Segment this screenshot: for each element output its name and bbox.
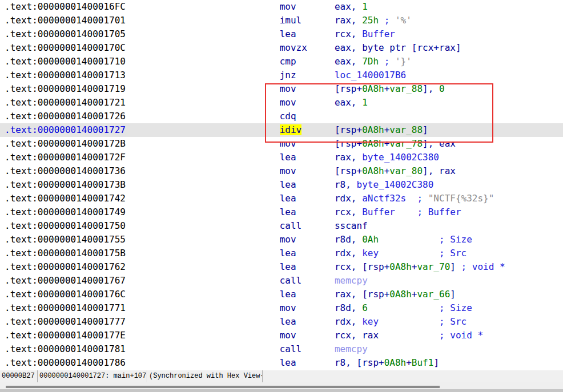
instruction-token: rdx,	[335, 248, 362, 258]
disasm-row[interactable]: .text:0000000140001726 cdq	[0, 110, 563, 123]
instruction-token: lea	[280, 261, 335, 272]
column-gap	[126, 165, 280, 176]
disasm-row[interactable]: .text:0000000140001777 lea rdx, key ; Sr…	[0, 315, 563, 329]
column-gap	[126, 343, 280, 354]
disasm-row[interactable]: .text:0000000140001719 mov [rsp+0A8h+var…	[0, 82, 563, 96]
column-gap	[126, 248, 280, 258]
disasm-row[interactable]: .text:0000000140001710 cmp eax, 7Dh ; '}…	[0, 55, 563, 68]
scrollbar-thumb[interactable]	[6, 386, 440, 388]
disasm-row[interactable]: .text:0000000140001786 lea r8, [rsp+0A8h…	[0, 356, 563, 370]
number-token: var_66	[417, 289, 450, 300]
status-file-offset: 00000B27	[0, 370, 38, 382]
name-token: aNctf32s	[362, 193, 406, 204]
number-token: var_88	[389, 83, 423, 94]
instruction-token: call	[280, 220, 335, 231]
string-token: "NCTF{%32s}"	[428, 193, 494, 204]
address-label: .text:000000014000175B	[5, 248, 126, 258]
number-token: 0	[439, 83, 445, 94]
disasm-row[interactable]: .text:0000000140001736 mov [rsp+0A8h+var…	[0, 164, 563, 178]
disasm-row[interactable]: .text:000000014000172B mov [rsp+0A8h+var…	[0, 137, 563, 151]
instruction-token: [rsp+	[335, 138, 362, 149]
instruction-token: +	[384, 165, 390, 176]
instruction-token: rdx,	[335, 193, 362, 204]
instruction-token: mov	[280, 330, 335, 341]
column-gap	[126, 124, 280, 135]
disasm-row[interactable]: .text:0000000140001762 lea rcx, [rsp+0A8…	[0, 260, 563, 274]
status-location: 0000000140001727: main+107	[38, 370, 147, 382]
number-token: 0Ah	[362, 234, 379, 245]
disasm-row[interactable]: .text:0000000140001750 call sscanf	[0, 219, 563, 233]
disasm-row[interactable]: .text:000000014000177E mov rcx, rax ; vo…	[0, 329, 563, 342]
instruction-token: r8d,	[335, 302, 362, 313]
column-gap	[126, 29, 280, 39]
comment-token: ;	[379, 56, 395, 67]
instruction-token: ]	[450, 261, 461, 272]
address-label: .text:00000001400016FC	[5, 1, 126, 12]
disasm-row[interactable]: .text:000000014000175B lea rdx, key ; Sr…	[0, 246, 563, 260]
column-gap	[126, 220, 280, 231]
column-gap	[126, 234, 280, 245]
instruction-token: mov	[280, 83, 335, 94]
instruction-token: r8, [rsp+	[335, 357, 384, 368]
instruction-token: mov	[280, 97, 335, 108]
column-gap	[126, 138, 280, 149]
disasm-row[interactable]: .text:000000014000172F lea rax, byte_140…	[0, 151, 563, 164]
disasm-row[interactable]: .text:0000000140001749 lea rcx, Buffer ;…	[0, 205, 563, 219]
disasm-row[interactable]: .text:0000000140001742 lea rdx, aNctf32s…	[0, 192, 563, 205]
address-label: .text:0000000140001705	[5, 29, 126, 39]
address-label: .text:0000000140001771	[5, 302, 126, 313]
number-token: 0A8h	[362, 83, 384, 94]
column-gap	[126, 302, 280, 313]
disasm-row[interactable]: .text:0000000140001705 lea rcx, Buffer	[0, 27, 563, 41]
instruction-token: imul	[280, 15, 335, 26]
column-gap	[126, 179, 280, 190]
disasm-row[interactable]: .text:0000000140001755 mov r8d, 0Ah ; Si…	[0, 233, 563, 246]
column-gap	[126, 97, 280, 108]
disasm-row[interactable]: .text:0000000140001727 idiv [rsp+0A8h+va…	[0, 123, 563, 137]
disasm-row[interactable]: .text:0000000140001771 mov r8d, 6 ; Size	[0, 301, 563, 315]
instruction-token: [rsp+	[335, 165, 362, 176]
instruction-token: movzx	[280, 42, 335, 53]
number-token: 0A8h	[362, 165, 384, 176]
instruction-token: ],	[423, 83, 439, 94]
disasm-row[interactable]: .text:0000000140001781 call memcpy	[0, 342, 563, 356]
column-gap	[126, 275, 280, 286]
disasm-row[interactable]: .text:0000000140001713 jnz loc_1400017B6	[0, 68, 563, 82]
disasm-row[interactable]: .text:000000014000170C movzx eax, byte p…	[0, 41, 563, 55]
instruction-token: mov	[280, 1, 335, 12]
column-gap	[126, 42, 280, 53]
instruction-token	[301, 124, 335, 135]
address-label: .text:0000000140001701	[5, 15, 126, 26]
instruction-token: rax,	[335, 15, 362, 26]
disasm-row[interactable]: .text:000000014000173B lea r8, byte_1400…	[0, 178, 563, 192]
comment-token: ;	[379, 15, 395, 26]
instruction-token: [rsp+	[335, 83, 362, 94]
address-label: .text:0000000140001719	[5, 83, 126, 94]
address-label: .text:000000014000176C	[5, 289, 126, 300]
name-token: Buffer	[362, 29, 395, 39]
number-token: var_70	[417, 261, 450, 272]
instruction-token: ]	[450, 289, 456, 300]
instruction-token: rcx, rax	[335, 330, 379, 341]
disasm-row[interactable]: .text:0000000140001767 call memcpy	[0, 274, 563, 288]
instruction-token: +	[384, 83, 390, 94]
instruction-token: lea	[280, 316, 335, 327]
string-token: '}'	[395, 56, 412, 67]
disasm-row[interactable]: .text:0000000140001701 imul rax, 25h ; '…	[0, 14, 563, 27]
instruction-token: [rsp+	[335, 124, 362, 135]
instruction-token: ], eax	[423, 138, 456, 149]
instruction-token: sscanf	[335, 220, 368, 231]
address-label: .text:0000000140001742	[5, 193, 126, 204]
string-token: '%'	[395, 15, 412, 26]
name-token: key	[362, 316, 379, 327]
number-token: 1	[362, 1, 368, 12]
instruction-token: eax,	[335, 56, 362, 67]
disasm-row[interactable]: .text:0000000140001721 mov eax, 1	[0, 96, 563, 110]
disasm-row[interactable]: .text:000000014000176C lea rax, [rsp+0A8…	[0, 288, 563, 301]
address-label: .text:000000014000172B	[5, 138, 126, 149]
address-label: .text:0000000140001721	[5, 97, 126, 108]
horizontal-scrollbar[interactable]	[0, 382, 563, 389]
disasm-row[interactable]: .text:00000001400016FC mov eax, 1	[0, 0, 563, 14]
comment-token: ; Size	[379, 234, 472, 245]
instruction-token: lea	[280, 152, 335, 163]
